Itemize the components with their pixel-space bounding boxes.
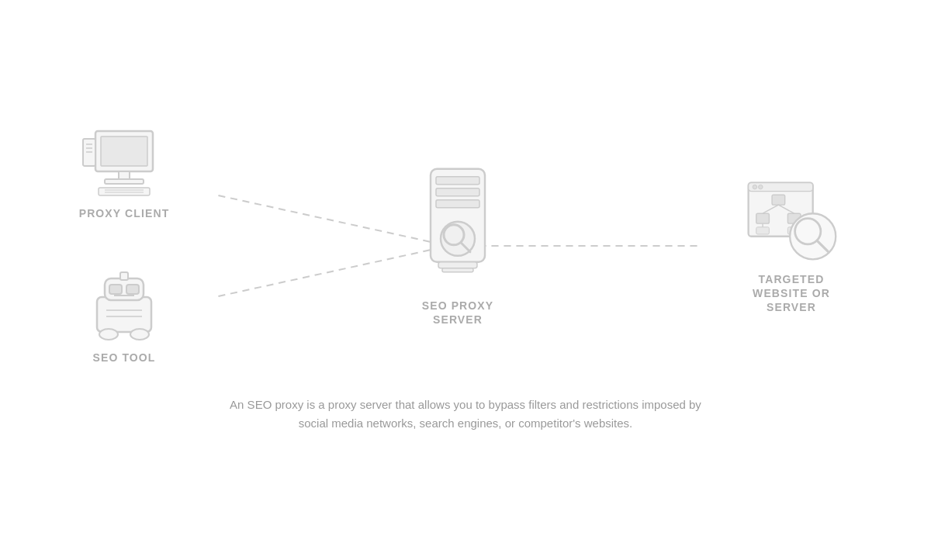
diagram-container: PROXY CLIENT <box>39 127 892 432</box>
proxy-server-label: SEO PROXY SERVER <box>422 299 494 327</box>
connectors-area: SEO PROXY SERVER <box>209 137 706 354</box>
proxy-client-label: PROXY CLIENT <box>79 206 170 220</box>
computer-icon <box>81 127 167 197</box>
svg-rect-38 <box>756 213 770 223</box>
svg-rect-4 <box>99 188 150 195</box>
svg-rect-13 <box>120 272 128 280</box>
proxy-server-node: SEO PROXY SERVER <box>372 165 543 327</box>
seo-tool-node: SEO TOOL <box>81 268 167 365</box>
left-nodes: PROXY CLIENT <box>39 127 209 364</box>
nodes-row: PROXY CLIENT <box>39 127 892 364</box>
robot-icon <box>81 268 167 341</box>
svg-rect-2 <box>119 171 130 179</box>
server-icon <box>419 165 497 289</box>
svg-rect-40 <box>756 226 770 233</box>
svg-point-36 <box>759 185 763 189</box>
svg-rect-14 <box>109 285 122 294</box>
svg-rect-11 <box>97 297 151 332</box>
svg-rect-15 <box>126 285 139 294</box>
svg-rect-34 <box>749 182 813 191</box>
svg-point-17 <box>99 329 118 340</box>
seo-tool-label: SEO TOOL <box>92 351 155 365</box>
description-text: An SEO proxy is a proxy server that allo… <box>225 396 706 433</box>
svg-rect-37 <box>772 195 785 205</box>
targeted-website-node: TARGETED WEBSITE OR SERVER <box>706 178 877 315</box>
website-icon <box>745 178 838 263</box>
svg-rect-27 <box>436 200 479 208</box>
targeted-website-label: TARGETED WEBSITE OR SERVER <box>753 272 830 315</box>
svg-point-18 <box>130 329 149 340</box>
svg-point-35 <box>753 185 757 189</box>
svg-rect-25 <box>436 177 479 185</box>
svg-rect-31 <box>438 262 477 268</box>
svg-rect-1 <box>101 137 147 166</box>
svg-rect-26 <box>436 188 479 196</box>
svg-rect-32 <box>442 268 473 272</box>
svg-rect-3 <box>105 179 144 184</box>
proxy-client-node: PROXY CLIENT <box>79 127 170 220</box>
